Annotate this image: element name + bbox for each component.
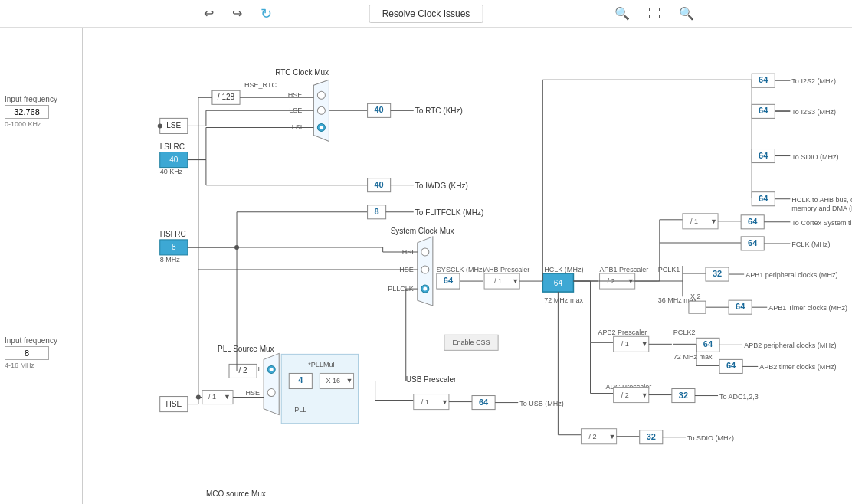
to-iwdg-label: To IWDG (KHz): [415, 182, 468, 190]
cortex-64-value: 64: [748, 217, 758, 226]
adc-label: To ADC1,2,3: [719, 393, 759, 401]
rtc-mux-radio-lse[interactable]: [317, 106, 325, 114]
apb2-timer-label: APB2 timer clocks (MHz): [759, 363, 836, 371]
pclk2-72-label: 72 MHz max: [673, 353, 713, 361]
left-panel: Input frequency 0-1000 KHz Input frequen…: [0, 28, 83, 504]
ahb-div1-label: / 1: [494, 277, 502, 285]
redo-button[interactable]: ↪: [228, 2, 247, 25]
lsi-rc-khz: 40 KHz: [160, 168, 183, 175]
apb2-dropdown-arrow: ▼: [641, 340, 648, 348]
ahb-dropdown-arrow: ▼: [512, 277, 519, 285]
apb1-timer-64-value: 64: [736, 302, 746, 311]
hse-rtc-label: HSE_RTC: [244, 81, 277, 89]
input-freq-2-input[interactable]: [5, 346, 49, 360]
canvas-area: RTC Clock Mux System Clock Mux PLL Sourc…: [83, 28, 852, 504]
resolve-clock-issues-button[interactable]: Resolve Clock Issues: [369, 5, 483, 23]
pll-mux-radio-hsi-inner: [270, 368, 274, 371]
hsi-rc-value: 8: [172, 243, 176, 251]
i2s2-64-value: 64: [759, 75, 768, 84]
x2-label: X 2: [690, 293, 701, 300]
adc-32-value: 32: [679, 391, 688, 400]
sdio-top-label: To SDIO (MHz): [791, 153, 838, 161]
lsi-rc-label: LSI RC: [160, 142, 185, 151]
cortex-label: To Cortex System timer (MHz): [791, 219, 852, 227]
iwdg-40-value: 40: [374, 180, 383, 189]
input-freq-1-label: Input frequency: [5, 95, 77, 103]
x16-arrow: ▼: [346, 377, 352, 385]
pll-mux-shape: [264, 353, 279, 414]
sys-mux-radio-hsi[interactable]: [421, 248, 429, 256]
fclk-64-value: 64: [748, 238, 758, 247]
hsi-branch-dot: [234, 245, 239, 250]
pll-mux-radio-hse[interactable]: [267, 389, 275, 397]
hse-div1-arrow: ▼: [224, 393, 231, 401]
i2s3-label: To I2S3 (MHz): [791, 108, 836, 116]
div128-label: / 128: [218, 93, 235, 101]
fullscreen-button[interactable]: ⛶: [644, 3, 665, 24]
undo-button[interactable]: ↩: [199, 2, 218, 25]
input-freq-2-label: Input frequency: [5, 336, 77, 345]
lse-label: LSE: [166, 121, 181, 129]
lsi-rc-value: 40: [169, 155, 179, 164]
rtc-clock-mux-label: RTC Clock Mux: [275, 68, 329, 77]
enable-css-label: Enable CSS: [452, 339, 490, 346]
to-flit-label: To FLITFCLK (MHz): [415, 208, 484, 217]
mco-source-mux-label: MCO source Mux: [206, 489, 266, 498]
flit-8-value: 8: [375, 207, 379, 216]
refresh-button[interactable]: ↻: [256, 2, 277, 25]
sys-mux-radio-hse[interactable]: [421, 266, 429, 273]
hse-label: HSE: [165, 400, 182, 408]
sysclk-label: SYSCLK (MHz): [437, 266, 485, 273]
input-freq-1-block: Input frequency 0-1000 KHz: [5, 95, 77, 128]
input-freq-1-input[interactable]: [5, 105, 49, 119]
pll-4-value: 4: [298, 375, 303, 385]
toolbar: ↩ ↪ ↻ Resolve Clock Issues 🔍 ⛶ 🔍: [0, 0, 852, 28]
hsi-rc-label: HSI RC: [160, 230, 186, 238]
cortex-div1-arrow: ▼: [710, 218, 717, 225]
apb1-peri-32-value: 32: [713, 269, 722, 278]
hsi-rc-mhz: 8 MHz: [160, 256, 181, 263]
apb1-peri-label: APB1 peripheral clocks (MHz): [746, 271, 837, 279]
sdio-top-64-value: 64: [759, 151, 768, 160]
hse-div1-label: / 1: [208, 393, 216, 401]
main-layout: Input frequency 0-1000 KHz Input frequen…: [0, 28, 852, 504]
to-rtc-label: To RTC (KHz): [415, 106, 463, 115]
hclk-64-value: 64: [554, 279, 563, 287]
usb-prescaler-label: USB Prescaler: [406, 375, 457, 384]
adc-dropdown-arrow: ▼: [641, 391, 648, 399]
pll-mux-hse-label: HSE: [246, 389, 261, 397]
usb-div1-arrow: ▼: [441, 398, 448, 406]
sdio-32-value: 32: [647, 432, 656, 441]
apb2-peri-label: APB2 peripheral clocks (MHz): [744, 342, 836, 349]
x2-box: [689, 301, 706, 313]
pclk2-label: PCLK2: [673, 329, 696, 336]
ahb-label: HCLK to AHB bus, core,: [791, 196, 852, 204]
i2s3-64-value: 64: [759, 106, 768, 115]
zoom-in-button[interactable]: 🔍: [610, 3, 634, 24]
system-clock-mux-label: System Clock Mux: [391, 227, 454, 235]
x16-label: X 16: [326, 377, 340, 385]
usb-64-value: 64: [479, 398, 489, 407]
clock-diagram-svg: RTC Clock Mux System Clock Mux PLL Sourc…: [83, 28, 852, 504]
cortex-div1-label: / 1: [690, 218, 698, 225]
sdio-bottom-label: To SDIO (MHz): [687, 434, 734, 442]
sys-mux-radio-pll-inner: [423, 287, 427, 291]
apb2-peri-64-value: 64: [703, 339, 713, 349]
hclk-label: HCLK (MHz): [544, 266, 583, 273]
usb-div1-label: / 1: [421, 398, 429, 406]
i2s2-label: To I2S2 (MHz): [791, 77, 836, 85]
sysclk-64-value: 64: [444, 276, 454, 285]
ahb-label2: memory and DMA (MHz): [791, 205, 852, 212]
rtc-mux-radio-lsi-inner: [320, 126, 323, 129]
pll-source-mux-label: PLL Source Mux: [218, 345, 274, 353]
rtc-mux-radio-hse[interactable]: [317, 91, 325, 99]
pll-label: PLL: [294, 406, 306, 414]
sdio-div2-arrow: ▼: [609, 433, 616, 440]
apb2-div1-label: / 1: [621, 340, 629, 348]
input-freq-2-block: Input frequency 4-16 MHz: [5, 336, 77, 369]
pllmul-label: *PLLMul: [308, 361, 334, 368]
apb1-prescaler-label: APB1 Prescaler: [600, 266, 649, 273]
zoom-out-button[interactable]: 🔍: [674, 3, 699, 24]
usb-label: To USB (MHz): [519, 400, 564, 407]
input-freq-1-range: 0-1000 KHz: [5, 120, 77, 128]
